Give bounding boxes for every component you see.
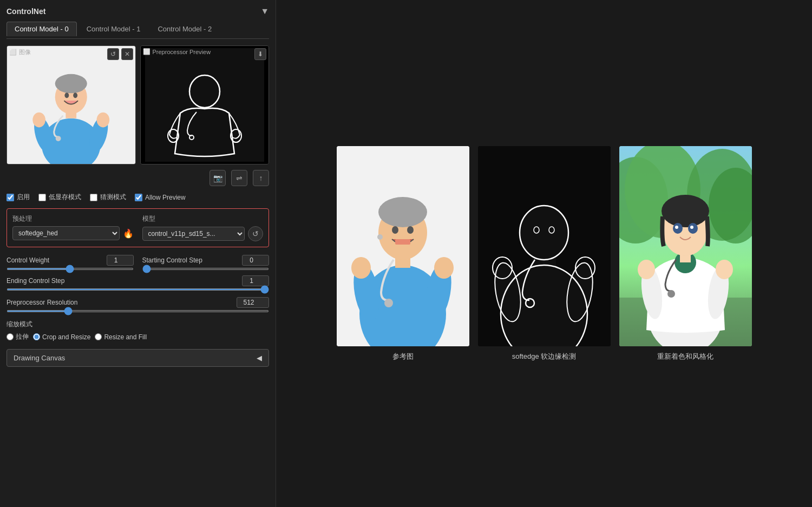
enable-checkbox[interactable] [6, 194, 14, 201]
refresh-image-button[interactable]: ↺ [107, 48, 119, 60]
allow-preview-checkbox-item[interactable]: Allow Preview [135, 194, 186, 201]
svg-rect-25 [395, 239, 410, 245]
close-image-button[interactable]: ✕ [121, 48, 133, 60]
svg-point-22 [377, 234, 383, 240]
tab-control-model-2[interactable]: Control Model - 2 [150, 22, 219, 36]
svg-point-24 [407, 226, 414, 234]
edge-gallery-image [478, 146, 611, 346]
download-preview-button[interactable]: ⬇ [254, 48, 266, 60]
ending-step-range[interactable] [6, 288, 269, 291]
preprocessor-icon: ⬜ [143, 48, 150, 55]
low-vram-checkbox[interactable] [38, 194, 46, 201]
fire-icon: 🔥 [123, 228, 134, 239]
svg-point-28 [351, 257, 371, 279]
gallery-row: 参考图 [337, 146, 752, 361]
starting-step-value[interactable] [242, 255, 269, 266]
svg-point-65 [667, 290, 675, 298]
enable-checkbox-item[interactable]: 启用 [6, 193, 30, 202]
low-vram-label: 低显存模式 [49, 193, 81, 202]
svg-rect-12 [145, 48, 264, 162]
reference-photo [337, 146, 469, 346]
scale-mode-label: 缩放模式 [6, 320, 269, 329]
camera-button[interactable]: 📷 [209, 170, 226, 186]
svg-point-5 [64, 93, 69, 98]
model-column: 模型 control_v11p_sd15_s... control_v11p_s… [142, 214, 264, 241]
scale-mode-section: 缩放模式 拉伸 Crop and Resize Resize and Fill [6, 320, 269, 341]
swap-button[interactable]: ⇌ [231, 170, 247, 186]
input-image-box[interactable]: ⬜ 图像 ↺ ✕ [6, 45, 136, 164]
low-vram-checkbox-item[interactable]: 低显存模式 [38, 193, 81, 202]
tab-control-model-1[interactable]: Control Model - 1 [79, 22, 148, 36]
svg-point-11 [56, 136, 61, 141]
input-image-controls: ↺ ✕ [107, 48, 133, 60]
control-weight-slider-row: Control Weight [6, 255, 134, 270]
panel-collapse-arrow[interactable]: ▼ [260, 6, 269, 16]
preprocessor-select-row: softedge_hed canny depth openpose 🔥 [12, 226, 134, 240]
input-image-label: ⬜ 图像 [9, 48, 31, 56]
weight-start-sliders: Control Weight Starting Control Step [6, 255, 269, 270]
nurse-reference-image [7, 46, 135, 164]
svg-point-30 [384, 299, 393, 307]
enable-label: 启用 [17, 193, 30, 202]
allow-preview-checkbox[interactable] [135, 194, 142, 201]
preprocessor-preview-box[interactable]: ⬜ Preprocessor Preview ⬇ [140, 45, 270, 164]
svg-point-29 [434, 257, 454, 279]
guess-mode-checkbox[interactable] [90, 194, 97, 201]
control-weight-header: Control Weight [6, 255, 134, 266]
action-buttons-row: 📷 ⇌ ↑ [6, 170, 269, 186]
drawing-canvas-button[interactable]: Drawing Canvas ◀ [6, 349, 269, 367]
crop-resize-option[interactable]: Crop and Resize [33, 332, 90, 341]
stretch-label: 拉伸 [16, 332, 29, 341]
resize-fill-label: Resize and Fill [104, 333, 147, 341]
resolution-header: Preprocessor Resolution [6, 297, 269, 308]
resolution-row: Preprocessor Resolution [6, 297, 269, 312]
drawing-canvas-arrow: ◀ [257, 354, 262, 362]
control-weight-range[interactable] [6, 268, 134, 270]
stretch-option[interactable]: 拉伸 [6, 332, 29, 341]
svg-point-21 [378, 197, 427, 227]
reload-model-button[interactable]: ↺ [248, 226, 263, 241]
styled-caption: 重新着色和风格化 [657, 352, 713, 361]
resize-fill-option[interactable]: Resize and Fill [95, 332, 147, 341]
svg-point-6 [73, 93, 77, 98]
panel-title: ControlNet [6, 7, 45, 16]
preprocessor-column: 预处理 softedge_hed canny depth openpose 🔥 [12, 214, 134, 241]
stretch-radio[interactable] [6, 333, 14, 340]
gallery-item-edge: softedge 软边缘检测 [478, 146, 611, 361]
resolution-label: Preprocessor Resolution [6, 299, 77, 306]
ending-step-slider-row: Ending Control Step [6, 275, 269, 291]
control-weight-value[interactable] [107, 255, 134, 266]
edge-caption: softedge 软边缘检测 [512, 352, 577, 361]
preprocessor-preview-label: ⬜ Preprocessor Preview [143, 48, 211, 55]
resolution-value[interactable] [237, 297, 269, 308]
edge-detection-gallery [478, 146, 611, 346]
starting-step-slider-row: Starting Control Step [142, 255, 270, 270]
gallery-item-styled: 重新着色和风格化 [619, 146, 752, 361]
model-label: 模型 [142, 214, 264, 223]
preprocessor-label: 预处理 [12, 214, 134, 223]
model-row: 预处理 softedge_hed canny depth openpose 🔥 … [12, 214, 263, 241]
starting-step-range[interactable] [142, 268, 270, 270]
crop-label: Crop and Resize [42, 333, 90, 341]
crop-radio[interactable] [33, 333, 40, 340]
guess-mode-label: 猜测模式 [100, 193, 126, 202]
svg-point-4 [55, 74, 87, 93]
preprocessor-select[interactable]: softedge_hed canny depth openpose [12, 226, 120, 240]
controlnet-panel: ControlNet ▼ Control Model - 0 Control M… [0, 0, 276, 507]
svg-point-63 [638, 260, 655, 279]
resolution-range[interactable] [6, 310, 269, 312]
guess-mode-checkbox-item[interactable]: 猜测模式 [90, 193, 126, 202]
up-button[interactable]: ↑ [253, 170, 269, 186]
svg-point-23 [392, 226, 398, 234]
allow-preview-label: Allow Preview [145, 194, 186, 201]
model-select[interactable]: control_v11p_sd15_s... control_v11p_sd15… [142, 227, 245, 241]
tab-control-model-0[interactable]: Control Model - 0 [6, 22, 77, 36]
ending-step-label: Ending Control Step [6, 277, 64, 285]
resize-fill-radio[interactable] [95, 333, 102, 340]
svg-point-60 [690, 226, 693, 229]
options-checkboxes-row: 启用 低显存模式 猜测模式 Allow Preview [6, 193, 269, 202]
svg-point-9 [32, 113, 45, 128]
scale-options-row: 拉伸 Crop and Resize Resize and Fill [6, 332, 269, 341]
ending-step-value[interactable] [242, 275, 269, 286]
panel-header: ControlNet ▼ [6, 6, 269, 16]
